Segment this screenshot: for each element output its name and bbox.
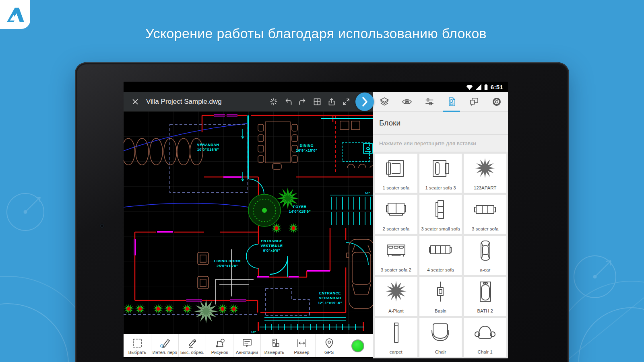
wifi-icon	[466, 84, 473, 90]
tab-markup[interactable]	[463, 92, 485, 111]
undo-icon[interactable]	[282, 95, 294, 109]
svg-text:FOYER: FOYER	[293, 205, 307, 209]
svg-text:VERANDAH: VERANDAH	[319, 296, 341, 300]
block-item-carpet[interactable]: carpet	[375, 318, 417, 357]
block-item-4-seater-sofa[interactable]: 4 seater sofa	[419, 236, 462, 275]
svg-text:12'-1"x19'-6": 12'-1"x19'-6"	[318, 301, 342, 305]
block-item-a-plant[interactable]: A-Plant	[375, 277, 417, 316]
drawing-column: Villa Project Sample.dwg	[124, 92, 373, 358]
tool-select[interactable]: Выбрать	[124, 334, 151, 357]
tool-drawing[interactable]: Рисунок	[206, 334, 233, 357]
svg-text:10'0"X16'6": 10'0"X16'6"	[197, 148, 219, 152]
block-item-2-seater-sofa[interactable]: 2 seater sofa	[375, 195, 417, 234]
tab-layers[interactable]	[373, 92, 396, 111]
blocks-panel: Блоки Нажмите или перетащите для вставки…	[373, 92, 508, 358]
autodesk-a-icon	[6, 6, 25, 23]
tool-bar: Выбрать Интел. перо Быс. обрез. Рисунок	[124, 334, 373, 357]
svg-text:14'0"X15'9": 14'0"X15'9"	[289, 210, 311, 214]
panel-subtitle: Нажмите или перетащите для вставки	[373, 135, 508, 152]
svg-text:UP: UP	[365, 191, 370, 195]
block-item-1-seater-sofa[interactable]: 1 seater sofa	[375, 154, 417, 193]
block-item-1-seater-sofa-3[interactable]: 1 seater sofa 3	[419, 154, 462, 193]
floor-plan-svg: VERANDAH 10'0"X16'6" DINING 16'9"x15'0" …	[124, 111, 373, 334]
tab-visibility[interactable]	[396, 92, 418, 111]
tool-gps[interactable]: GPS	[315, 334, 343, 357]
status-bar: 6:51	[124, 82, 508, 92]
close-icon[interactable]	[129, 95, 141, 109]
block-item-123apart[interactable]: 123APART	[464, 154, 506, 193]
svg-text:9'0"x9'0": 9'0"x9'0"	[263, 249, 280, 253]
svg-text:VESTIBULE: VESTIBULE	[260, 244, 283, 248]
share-icon[interactable]	[326, 95, 338, 109]
tool-annotations[interactable]: Аннотации	[233, 334, 260, 357]
tool-quick-trim[interactable]: Быс. обрез.	[178, 334, 206, 357]
svg-text:VERANDAH: VERANDAH	[197, 143, 219, 147]
svg-text:25'0"x15'0": 25'0"x15'0"	[217, 264, 238, 268]
chevron-right-icon	[355, 93, 374, 111]
cad-canvas[interactable]: VERANDAH 10'0"X16'6" DINING 16'9"x15'0" …	[124, 111, 373, 334]
panel-tab-bar	[373, 92, 508, 112]
svg-text:16'9"x15'0": 16'9"x15'0"	[296, 148, 317, 152]
record-cell	[343, 334, 373, 357]
tab-settings[interactable]	[485, 92, 508, 111]
app-bar: Villa Project Sample.dwg	[124, 92, 373, 111]
zoom-extents-icon[interactable]	[268, 95, 280, 109]
page-title: Ускорение работы благодаря использованию…	[0, 26, 632, 41]
tool-dimension[interactable]: Размер	[288, 334, 315, 357]
tab-blocks[interactable]	[440, 92, 463, 111]
block-item-basin[interactable]: Basin	[419, 277, 462, 316]
tool-measure[interactable]: Измерить	[260, 334, 288, 357]
cellular-icon	[476, 84, 481, 90]
tool-smart-pen[interactable]: Интел. перо	[151, 334, 178, 357]
document-title: Villa Project Sample.dwg	[146, 98, 222, 106]
block-item-a-car[interactable]: a-car	[464, 236, 506, 275]
svg-text:UP: UP	[251, 330, 256, 334]
redo-icon[interactable]	[297, 95, 309, 109]
block-item-chair[interactable]: Chair	[419, 318, 462, 357]
status-time: 6:51	[491, 84, 503, 90]
block-item-bath-2[interactable]: BATH 2	[464, 277, 506, 316]
tablet-screen: 6:51 Villa Project Sample.dwg	[124, 82, 508, 358]
battery-icon	[484, 84, 488, 90]
blocks-grid: 1 seater sofa 1 seater sofa 3 123APART 2…	[373, 152, 508, 358]
svg-text:LIVING ROOM: LIVING ROOM	[214, 259, 241, 263]
svg-text:ENTRANCE: ENTRANCE	[319, 291, 341, 295]
grid-icon[interactable]	[311, 95, 323, 109]
tablet-camera	[100, 224, 104, 228]
panel-collapse-button[interactable]	[355, 93, 374, 111]
fullscreen-icon[interactable]	[340, 95, 352, 109]
svg-text:ENTRANCE: ENTRANCE	[261, 239, 283, 243]
tab-adjustments[interactable]	[418, 92, 441, 111]
tablet-frame: 6:51 Villa Project Sample.dwg	[75, 62, 569, 362]
autodesk-logo-card	[0, 0, 30, 29]
svg-text:DINING: DINING	[300, 144, 314, 148]
block-item-3-seater-sofa-2[interactable]: 3 seater sofa 2	[375, 236, 417, 275]
block-item-3-seater-sofa[interactable]: 3 seater sofa	[464, 195, 506, 234]
block-item-3-seater-small-sofa[interactable]: 3 seater small sofa	[419, 195, 462, 234]
panel-title: Блоки	[373, 112, 508, 135]
block-item-chair-1[interactable]: Chair 1	[464, 318, 506, 357]
record-button[interactable]	[351, 339, 364, 352]
